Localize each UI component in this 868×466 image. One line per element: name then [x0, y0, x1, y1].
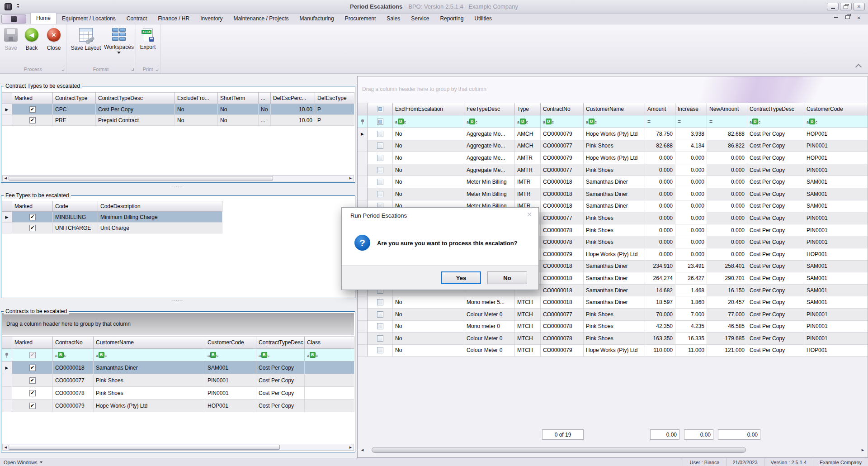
- table-row[interactable]: NoColour Meter 0MTCHCO0000079Hope Works …: [358, 345, 868, 357]
- yes-button[interactable]: Yes: [441, 271, 481, 284]
- row-checkbox[interactable]: [377, 335, 383, 342]
- column-header[interactable]: Marked: [12, 336, 53, 349]
- filter-cell[interactable]: =: [675, 115, 707, 128]
- scrollbar-track[interactable]: [9, 176, 348, 181]
- row-checkbox[interactable]: [377, 347, 383, 353]
- close-button[interactable]: Close: [43, 28, 64, 51]
- column-header[interactable]: CustomerName: [94, 336, 205, 349]
- filter-cell[interactable]: aBc: [205, 349, 256, 361]
- row-checkbox[interactable]: ✔: [29, 365, 36, 371]
- tab-equipment-locations[interactable]: Equipment / Locations: [57, 14, 121, 24]
- filter-cell[interactable]: aBc: [256, 349, 305, 361]
- filter-cell[interactable]: aBc: [804, 115, 868, 128]
- table-row[interactable]: NoMono meter 0MTCHCO0000078Pink Shoes42.…: [358, 321, 868, 333]
- horizontal-scrollbar[interactable]: ◀ ▶: [2, 444, 354, 451]
- filter-cell[interactable]: [368, 115, 393, 128]
- no-button[interactable]: No: [487, 271, 527, 284]
- column-header[interactable]: ContractTypeDesc: [96, 92, 175, 104]
- table-row[interactable]: NoColour Meter 0MTCHCO0000078Pink Shoes1…: [358, 333, 868, 345]
- column-header[interactable]: ContractTypeDesc: [256, 336, 305, 349]
- table-row[interactable]: ▶NoAggregate Mo...AMCHCO0000079Hope Work…: [358, 128, 868, 140]
- column-header[interactable]: DefEscPerc...: [271, 92, 315, 104]
- column-header[interactable]: ContractNo: [541, 103, 584, 115]
- open-windows-dropdown[interactable]: Open Windows: [4, 460, 42, 465]
- column-header[interactable]: Marked: [12, 201, 53, 212]
- row-checkbox[interactable]: [377, 323, 383, 329]
- table-row[interactable]: ✔CO0000077Pink ShoesPIN0001Cost Per Copy: [2, 374, 354, 387]
- table-row[interactable]: NoAggregate Mo...AMCHCO0000077Pink Shoes…: [358, 140, 868, 152]
- horizontal-scrollbar[interactable]: ◀ ▶: [359, 446, 866, 454]
- table-row[interactable]: ✔PREPrepaid ContractNoNo...10.00P: [2, 115, 354, 126]
- scrollbar-thumb[interactable]: [9, 445, 280, 450]
- mdi-minimize-button[interactable]: [834, 17, 838, 18]
- panel-splitter[interactable]: [0, 185, 355, 188]
- column-header[interactable]: ...: [259, 92, 271, 104]
- scrollbar-thumb[interactable]: [372, 447, 746, 453]
- group-by-bar[interactable]: Drag a column header here to group by th…: [2, 313, 354, 335]
- row-checkbox[interactable]: ✔: [29, 225, 36, 231]
- filter-cell[interactable]: aBc: [94, 349, 205, 361]
- row-checkbox[interactable]: [377, 155, 383, 161]
- filter-checkbox[interactable]: [377, 119, 383, 125]
- column-header[interactable]: CustomerCode: [804, 103, 868, 115]
- row-checkbox[interactable]: [377, 191, 383, 197]
- table-row[interactable]: NoColour Meter 0MTCHCO0000077Pink Shoes7…: [358, 309, 868, 321]
- scrollbar-thumb[interactable]: [9, 176, 273, 181]
- column-header[interactable]: ShortTerm: [218, 92, 259, 104]
- row-checkbox[interactable]: [377, 299, 383, 305]
- column-header[interactable]: Marked: [12, 92, 53, 104]
- filter-cell[interactable]: aBc: [515, 115, 541, 128]
- filter-cell[interactable]: ✔: [12, 349, 53, 361]
- row-checkbox[interactable]: [377, 143, 383, 149]
- row-checkbox[interactable]: [377, 167, 383, 173]
- row-checkbox[interactable]: ✔: [29, 106, 36, 113]
- tab-finance-hr[interactable]: Finance / HR: [152, 14, 195, 24]
- filter-cell[interactable]: aBc: [464, 115, 515, 128]
- row-checkbox[interactable]: ✔: [29, 117, 36, 124]
- column-header[interactable]: ContractType: [53, 92, 96, 104]
- mdi-close-button[interactable]: ✕: [857, 13, 861, 21]
- filter-cell[interactable]: aBc: [747, 115, 804, 128]
- filter-cell[interactable]: =: [645, 115, 675, 128]
- tab-utilities[interactable]: Utilities: [469, 14, 497, 24]
- row-checkbox[interactable]: ✔: [29, 403, 36, 409]
- scroll-left-icon[interactable]: ◀: [3, 446, 9, 449]
- column-header[interactable]: Increase: [675, 103, 707, 115]
- select-all-checkbox[interactable]: [377, 106, 383, 112]
- scroll-left-icon[interactable]: ◀: [359, 448, 365, 452]
- row-checkbox[interactable]: ✔: [29, 390, 36, 396]
- table-row[interactable]: NoMeter Min BillingIMTRCO0000018Samantha…: [358, 188, 868, 200]
- column-header[interactable]: CustomerName: [584, 103, 645, 115]
- table-row[interactable]: ✔UNITCHARGEUnit Charge: [2, 223, 222, 233]
- table-row[interactable]: ▶✔MINBILLINGMinimum Billing Charge: [2, 212, 222, 223]
- row-checkbox[interactable]: ✔: [29, 377, 36, 384]
- tab-service[interactable]: Service: [406, 14, 434, 24]
- table-row[interactable]: NoMono meter 5...MTCHCO0000018Samanthas …: [358, 296, 868, 309]
- tab-manufacturing[interactable]: Manufacturing: [294, 14, 340, 24]
- column-header[interactable]: Type: [515, 103, 541, 115]
- table-row[interactable]: ✔CO0000079Hope Works (Pty) LtdHOP001Cost…: [2, 399, 354, 412]
- row-checkbox[interactable]: [377, 311, 383, 318]
- tab-inventory[interactable]: Inventory: [195, 14, 228, 24]
- row-checkbox[interactable]: ✔: [29, 214, 36, 220]
- scrollbar-track[interactable]: [365, 446, 860, 454]
- application-menu-button[interactable]: [1, 14, 26, 24]
- row-checkbox[interactable]: [377, 179, 383, 185]
- save-button[interactable]: Save: [1, 28, 21, 51]
- scroll-right-icon[interactable]: ▶: [348, 446, 354, 449]
- minimize-button[interactable]: [827, 3, 839, 10]
- back-button[interactable]: Back: [22, 28, 42, 51]
- filter-cell[interactable]: aBc: [584, 115, 645, 128]
- scroll-right-icon[interactable]: ▶: [860, 448, 866, 452]
- table-row[interactable]: ▶✔CPCCost Per CopyNoNoNo10.00P: [2, 104, 354, 115]
- column-header[interactable]: NewAmount: [707, 103, 747, 115]
- column-header[interactable]: DefEscType: [315, 92, 354, 104]
- filter-cell[interactable]: =: [707, 115, 747, 128]
- column-header[interactable]: CustomerCode: [205, 336, 256, 349]
- select-all-header[interactable]: [368, 103, 393, 115]
- panel-splitter[interactable]: [0, 299, 355, 303]
- column-header[interactable]: Amount: [645, 103, 675, 115]
- column-header[interactable]: CodeDescription: [98, 201, 222, 212]
- filter-cell[interactable]: aBc: [541, 115, 584, 128]
- dialog-close-icon[interactable]: ✕: [527, 211, 532, 218]
